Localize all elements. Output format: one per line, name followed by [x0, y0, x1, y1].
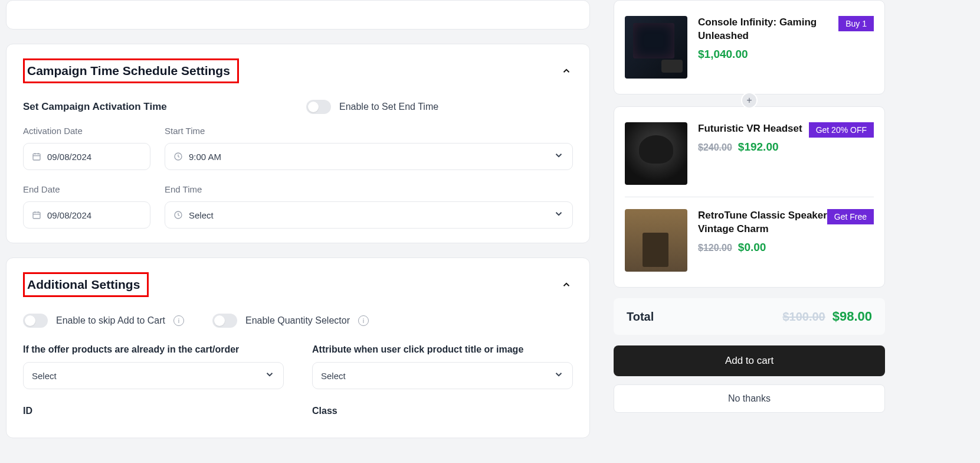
- product-old-price: $240.00: [698, 142, 732, 152]
- product-title[interactable]: RetroTune Classic Speaker: Vintage Charm: [698, 209, 832, 236]
- preview-panel: Console Infinity: Gaming Unleashed $1,04…: [614, 0, 885, 452]
- svg-rect-5: [33, 212, 40, 219]
- attribute-select[interactable]: Select: [312, 362, 573, 389]
- total-label: Total: [627, 310, 654, 324]
- product-image[interactable]: [625, 122, 687, 185]
- chevron-down-icon: [553, 150, 564, 163]
- add-to-cart-button[interactable]: Add to cart: [614, 345, 885, 376]
- collapse-toggle[interactable]: [560, 64, 573, 77]
- schedule-title: Campaign Time Schedule Settings: [27, 64, 230, 77]
- product-badge: Buy 1: [838, 16, 874, 31]
- product-badge: Get Free: [827, 209, 874, 224]
- skip-cart-label: Enable to skip Add to Cart: [56, 315, 165, 326]
- product-item: RetroTune Classic Speaker: Vintage Charm…: [625, 197, 874, 276]
- product-item: Futuristic VR Headset $240.00$192.00 Get…: [625, 118, 874, 190]
- end-time-toggle[interactable]: [306, 100, 331, 114]
- class-label: Class: [312, 406, 573, 416]
- clock-icon: [173, 152, 183, 161]
- plus-icon: +: [741, 92, 758, 109]
- qty-selector-label: Enable Quantity Selector: [245, 315, 350, 326]
- start-time-select[interactable]: 9:00 AM: [165, 143, 573, 170]
- end-time-select[interactable]: Select: [165, 201, 573, 229]
- already-in-cart-label: If the offer products are already in the…: [23, 344, 284, 355]
- total-old-price: $100.00: [782, 310, 825, 323]
- product-old-price: $120.00: [698, 243, 732, 253]
- chevron-down-icon: [553, 208, 564, 221]
- product-group-2: Futuristic VR Headset $240.00$192.00 Get…: [614, 106, 885, 288]
- end-date-label: End Date: [23, 184, 150, 194]
- product-badge: Get 20% OFF: [809, 122, 874, 138]
- info-icon[interactable]: i: [173, 315, 184, 326]
- product-price: $1,040.00: [698, 48, 832, 61]
- attribute-label: Attribute when user click product title …: [312, 344, 573, 355]
- end-date-input[interactable]: 09/08/2024: [23, 201, 150, 229]
- activation-date-label: Activation Date: [23, 126, 150, 136]
- qty-selector-toggle[interactable]: [212, 314, 237, 328]
- end-time-label: End Time: [165, 184, 573, 194]
- highlight-box: Additional Settings: [23, 272, 149, 297]
- chevron-down-icon: [264, 369, 275, 382]
- additional-settings-card: Additional Settings Enable to skip Add t…: [6, 257, 590, 438]
- already-in-cart-select[interactable]: Select: [23, 362, 284, 389]
- no-thanks-button[interactable]: No thanks: [614, 384, 885, 413]
- skip-cart-toggle[interactable]: [23, 314, 48, 328]
- svg-rect-0: [33, 154, 40, 160]
- additional-title: Additional Settings: [27, 278, 140, 291]
- clock-icon: [173, 210, 183, 220]
- product-price: $0.00: [738, 241, 766, 253]
- activation-date-input[interactable]: 09/08/2024: [23, 143, 150, 170]
- chevron-down-icon: [553, 369, 564, 382]
- product-image[interactable]: [625, 209, 687, 272]
- calendar-icon: [32, 210, 41, 220]
- schedule-settings-card: Campaign Time Schedule Settings Set Camp…: [6, 44, 590, 243]
- start-time-label: Start Time: [165, 126, 573, 136]
- id-label: ID: [23, 406, 284, 416]
- activation-subheading: Set Campaign Activation Time: [23, 101, 283, 113]
- total-row: Total $100.00$98.00: [614, 298, 885, 335]
- product-price: $192.00: [738, 141, 779, 153]
- total-value: $98.00: [832, 309, 872, 324]
- product-image[interactable]: [625, 16, 687, 79]
- product-item: Console Infinity: Gaming Unleashed $1,04…: [625, 11, 874, 83]
- calendar-icon: [32, 152, 41, 161]
- collapse-toggle[interactable]: [560, 278, 573, 291]
- top-card-partial: [6, 0, 590, 30]
- highlight-box: Campaign Time Schedule Settings: [23, 58, 239, 83]
- product-title[interactable]: Console Infinity: Gaming Unleashed: [698, 16, 832, 43]
- info-icon[interactable]: i: [358, 315, 369, 326]
- end-time-toggle-label: Enable to Set End Time: [339, 102, 438, 112]
- product-group-1: Console Infinity: Gaming Unleashed $1,04…: [614, 0, 885, 94]
